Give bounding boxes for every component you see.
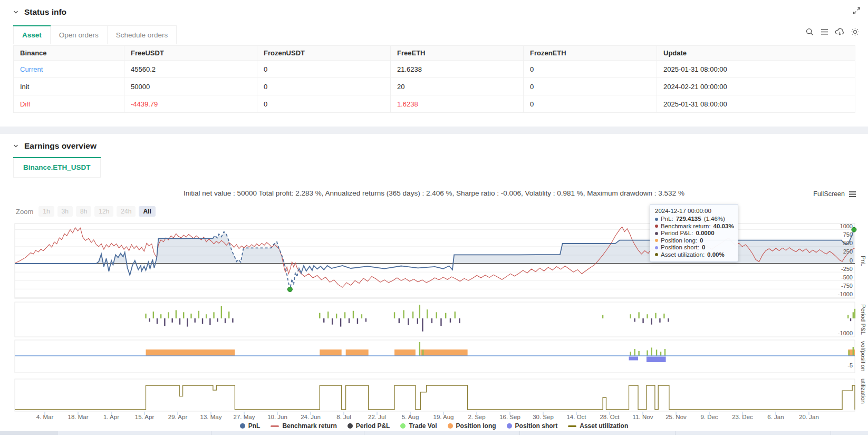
col-frozenusdt: FrozenUSDT bbox=[257, 46, 391, 61]
tab-binance-eth-usdt[interactable]: Binance.ETH_USDT bbox=[13, 157, 101, 178]
row-init-label: Init bbox=[14, 78, 124, 95]
fullscreen-button[interactable]: FullScreen bbox=[813, 190, 856, 198]
x-axis-label: 11. Nov bbox=[624, 414, 661, 420]
collapse-chevron-icon[interactable] bbox=[13, 9, 19, 15]
svg-text:0: 0 bbox=[850, 257, 853, 264]
tab-open-orders[interactable]: Open orders bbox=[51, 25, 108, 44]
tooltip-row-value: 40.03% bbox=[713, 223, 734, 230]
x-axis-label: 16. Sep bbox=[491, 414, 528, 420]
scrollbar-thumb[interactable] bbox=[0, 431, 58, 435]
status-section-title: Status info bbox=[24, 7, 66, 17]
fullscreen-label: FullScreen bbox=[813, 190, 845, 198]
axis-name-vol-position: vol/position bbox=[857, 339, 866, 373]
chart-menu-icon[interactable] bbox=[848, 191, 856, 198]
x-axis-label: 25. Nov bbox=[658, 414, 695, 420]
legend-dot-icon bbox=[348, 423, 353, 429]
tooltip-row-label: Asset utilization: bbox=[661, 251, 705, 259]
tooltip-row-value: 729.4135 bbox=[676, 216, 701, 223]
cell: 0 bbox=[257, 95, 391, 113]
x-axis-labels: 4. Mar18. Mar1. Apr15. Apr29. Apr13. May… bbox=[0, 414, 868, 422]
row-diff-label: Diff bbox=[14, 95, 124, 113]
axis-name-period-pnl: Period P&L bbox=[857, 302, 866, 337]
cell: 45560.2 bbox=[124, 61, 257, 78]
legend-label: Trade Vol bbox=[409, 422, 437, 430]
x-axis-label: 1. Apr bbox=[93, 414, 130, 420]
legend-item-period-p-l[interactable]: Period P&L bbox=[348, 422, 390, 430]
tooltip-row: Position short: 0 bbox=[655, 244, 733, 251]
tooltip-row-value: 0 bbox=[700, 237, 703, 245]
col-frozeneth: FrozenETH bbox=[524, 46, 657, 61]
utilization-panel[interactable] bbox=[0, 378, 868, 412]
x-axis-label: 9. Dec bbox=[691, 414, 728, 420]
tooltip-row: PnL: 729.4135 (1.46%) bbox=[655, 216, 733, 223]
tooltip-row-label: PnL: bbox=[661, 216, 673, 223]
legend-item-benchmark-return[interactable]: Benchmark return bbox=[271, 422, 336, 430]
menu-icon[interactable] bbox=[820, 27, 829, 36]
tooltip-row-value: 0.00% bbox=[707, 251, 725, 259]
zoom-8h-button: 8h bbox=[76, 206, 91, 217]
status-section: Status info Asset Open orders Schedule o… bbox=[0, 0, 868, 113]
cell: 20 bbox=[391, 78, 524, 95]
tooltip-row-suffix: (1.46%) bbox=[704, 216, 725, 223]
row-current-link[interactable]: Current bbox=[14, 61, 124, 78]
legend-item-trade-vol[interactable]: Trade Vol bbox=[400, 422, 437, 430]
cell: 0 bbox=[524, 61, 657, 78]
legend-dot-icon bbox=[400, 423, 406, 429]
svg-text:-750: -750 bbox=[841, 283, 853, 289]
zoom-1h-button: 1h bbox=[38, 206, 54, 217]
asset-table: Binance FreeUSDT FrozenUSDT FreeETH Froz… bbox=[13, 45, 855, 113]
legend-item-position-short[interactable]: Position short bbox=[507, 422, 558, 430]
x-axis-label: 20. Jan bbox=[790, 414, 827, 420]
x-axis-label: 8. Jul bbox=[325, 414, 362, 420]
axis-name-utilization: utilization bbox=[857, 378, 866, 412]
cell: 2025-01-31 08:00:00 bbox=[657, 61, 855, 78]
svg-text:-250: -250 bbox=[841, 266, 853, 272]
legend-dot-icon bbox=[448, 423, 453, 429]
zoom-24h-button: 24h bbox=[117, 206, 136, 217]
chart-tooltip: 2024-12-17 00:00:00 PnL: 729.4135 (1.46%… bbox=[650, 204, 738, 262]
search-icon[interactable] bbox=[805, 27, 814, 36]
tooltip-row: Position long: 0 bbox=[655, 237, 733, 245]
legend-label: Position short bbox=[515, 422, 558, 430]
tooltip-series-dot-icon bbox=[655, 232, 658, 235]
table-toolbar bbox=[805, 27, 860, 36]
period-pnl-panel[interactable]: -1000 bbox=[0, 302, 868, 337]
cell: 0 bbox=[257, 78, 391, 95]
svg-text:-5: -5 bbox=[847, 362, 853, 368]
cell: 21.6238 bbox=[391, 61, 524, 78]
col-binance: Binance bbox=[14, 46, 124, 61]
collapse-chevron-icon[interactable] bbox=[13, 143, 19, 149]
cell: -4439.79 bbox=[124, 95, 257, 113]
legend-label: Period P&L bbox=[356, 422, 390, 430]
x-axis-label: 23. Dec bbox=[724, 414, 761, 420]
x-axis-label: 30. Sep bbox=[525, 414, 562, 420]
svg-text:500: 500 bbox=[843, 240, 853, 246]
svg-text:1000: 1000 bbox=[840, 223, 853, 229]
tab-schedule-orders[interactable]: Schedule orders bbox=[108, 25, 177, 44]
legend-item-pnl[interactable]: PnL bbox=[240, 422, 261, 430]
x-axis-label: 6. Jan bbox=[757, 414, 794, 420]
tooltip-row-value: 0.0000 bbox=[696, 230, 714, 237]
zoom-all-button[interactable]: All bbox=[139, 206, 155, 217]
position-panel[interactable]: -5 bbox=[0, 339, 868, 373]
tab-asset[interactable]: Asset bbox=[13, 25, 51, 44]
col-freeusdt: FreeUSDT bbox=[124, 46, 257, 61]
axis-name-pnl: PnL bbox=[857, 223, 866, 299]
svg-text:250: 250 bbox=[843, 248, 853, 255]
tooltip-timestamp: 2024-12-17 00:00:00 bbox=[655, 208, 733, 214]
settings-gear-icon[interactable] bbox=[851, 27, 860, 36]
horizontal-scrollbar[interactable] bbox=[0, 431, 868, 435]
cloud-download-icon[interactable] bbox=[835, 27, 845, 36]
legend-dot-icon bbox=[507, 423, 512, 429]
expand-icon[interactable] bbox=[853, 7, 861, 17]
legend-item-position-long[interactable]: Position long bbox=[448, 422, 496, 430]
expand-icon-glyph bbox=[853, 7, 861, 15]
legend-label: Position long bbox=[456, 422, 496, 430]
chart-legend: PnLBenchmark returnPeriod P&LTrade VolPo… bbox=[0, 422, 868, 430]
earnings-section: Earnings overview Binance.ETH_USDT Initi… bbox=[0, 134, 868, 435]
legend-item-asset-utilization[interactable]: Asset utilization bbox=[568, 422, 628, 430]
x-axis-label: 2. Sep bbox=[458, 414, 495, 420]
table-row: Current 45560.2 0 21.6238 0 2025-01-31 0… bbox=[14, 61, 855, 78]
svg-text:-1000: -1000 bbox=[838, 330, 853, 336]
svg-text:-1000: -1000 bbox=[838, 291, 853, 297]
